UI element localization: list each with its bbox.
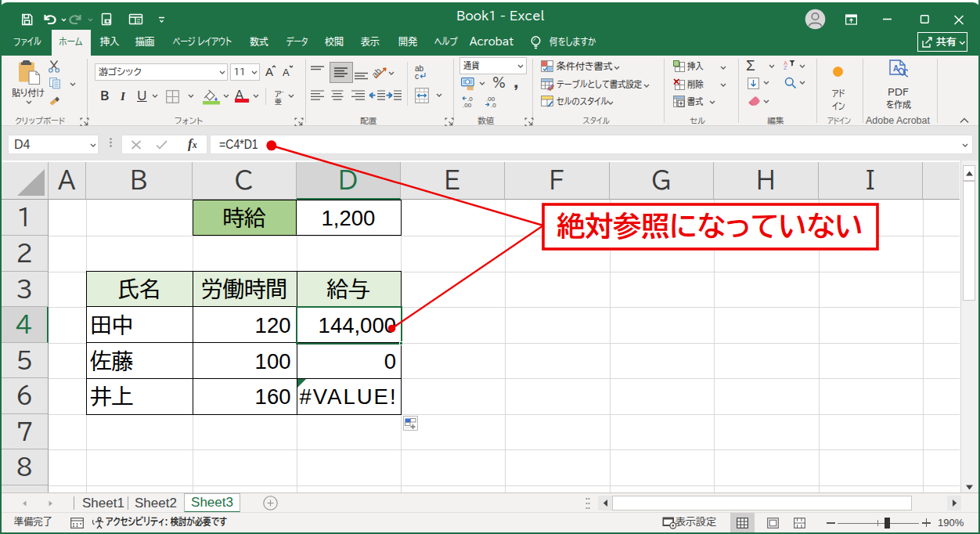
svg-text:c: c [415,72,419,81]
svg-text:A: A [893,64,899,73]
svg-text:亜: 亜 [275,98,282,105]
svg-text:'`: '` [282,91,284,96]
svg-text:.0: .0 [491,102,496,108]
svg-text:A: A [283,67,290,78]
svg-text:ア: ア [275,90,282,98]
svg-text:.00: .00 [463,102,472,108]
svg-text:Z: Z [784,64,787,70]
svg-text:A: A [265,65,273,78]
